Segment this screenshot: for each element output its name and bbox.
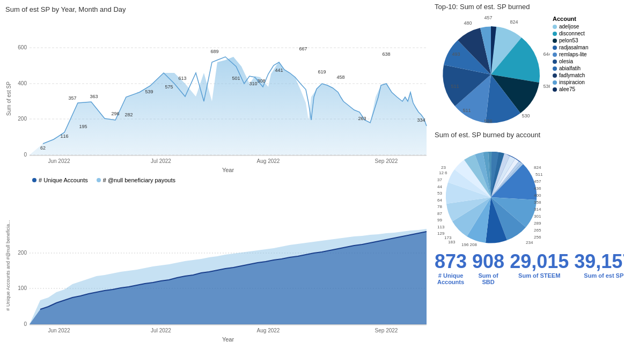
svg-text:100: 100	[18, 285, 27, 291]
svg-text:282: 282	[124, 112, 133, 117]
legend-radjasalman: radjasalman	[553, 44, 588, 50]
svg-text:23: 23	[441, 165, 446, 170]
svg-text:195: 195	[79, 124, 87, 129]
stat-sum-sbd-label: Sum of SBD	[472, 272, 504, 285]
svg-text:Year: Year	[222, 167, 234, 173]
svg-text:458: 458	[336, 75, 344, 80]
svg-text:200: 200	[18, 116, 27, 122]
stats-section: 873 # Unique Accounts 908 Sum of SBD 29,…	[435, 251, 624, 285]
bottom-right-pie-svg: 23 12 6 37 44 53 64 78 87 99 113 129 173…	[435, 141, 558, 248]
svg-text:116: 116	[60, 133, 68, 139]
top-right-chart-title: Top-10: Sum of est. SP burned	[435, 3, 624, 11]
bottom-left-chart-svg: # Unique Accounts and #@null beneficia..…	[5, 185, 429, 343]
svg-text:Jun 2022: Jun 2022	[48, 158, 70, 164]
stat-sum-sbd-value: 908	[472, 251, 504, 272]
svg-text:183: 183	[448, 240, 456, 244]
svg-text:400: 400	[18, 80, 27, 86]
top-right-section: Top-10: Sum of est. SP burned	[435, 3, 624, 131]
top-left-chart-container: Sum of est SP by Year, Month and Day Sum…	[5, 5, 429, 177]
svg-text:689: 689	[210, 49, 218, 54]
svg-text:600: 600	[18, 44, 27, 50]
legend-abialfatih: abialfatih	[553, 65, 588, 71]
legend-pelon53: pelon53	[553, 38, 588, 43]
svg-text:638: 638	[382, 51, 390, 57]
legend-fadlymatch: fadlymatch	[553, 72, 588, 78]
legend-dot-null	[97, 178, 101, 182]
legend-label-null: # @null beneficiary payouts	[103, 177, 175, 183]
stat-sum-steem: 29,015 Sum of STEEM	[510, 251, 569, 285]
main-container: Sum of est SP by Year, Month and Day Sum…	[0, 0, 624, 364]
svg-text:Year: Year	[222, 336, 234, 343]
right-panel: Top-10: Sum of est. SP burned	[432, 0, 624, 364]
legend-adeljose: adeljose	[553, 24, 588, 29]
svg-text:200: 200	[18, 250, 27, 256]
svg-text:265: 265	[534, 228, 541, 233]
stat-unique-accounts-label: # Unique Accounts	[435, 272, 467, 285]
top-left-chart-title: Sum of est SP by Year, Month and Day	[5, 5, 429, 13]
y-axis-label-bottom: # Unique Accounts and #@null beneficia..…	[5, 220, 11, 310]
svg-text:480: 480	[464, 20, 472, 26]
stat-sum-sbd: 908 Sum of SBD	[472, 251, 504, 285]
svg-marker-8	[30, 57, 427, 155]
svg-text:400: 400	[534, 193, 541, 198]
svg-text:Jul 2022: Jul 2022	[151, 328, 171, 333]
svg-text:234: 234	[526, 240, 533, 245]
svg-text:256: 256	[534, 235, 541, 240]
svg-text:64: 64	[437, 198, 442, 203]
svg-text:263: 263	[358, 116, 366, 121]
svg-text:575: 575	[165, 84, 173, 90]
svg-text:667: 667	[299, 46, 307, 51]
svg-text:Jun 2022: Jun 2022	[48, 328, 70, 333]
svg-text:824: 824	[510, 19, 518, 25]
svg-text:457: 457	[484, 15, 492, 20]
legend-item-unique: # Unique Accounts	[32, 177, 88, 183]
svg-text:296: 296	[111, 111, 119, 116]
stat-sum-est-sp-value: 39,157	[574, 251, 624, 272]
svg-text:441: 441	[275, 68, 283, 73]
pie-legend-title: Account	[553, 16, 588, 22]
y-axis-label-top: Sum of est SP	[6, 81, 12, 116]
svg-text:87: 87	[437, 211, 442, 216]
legend-item-null: # @null beneficiary payouts	[97, 177, 175, 183]
legend-remlaps-lite: remlaps-lite	[553, 51, 588, 57]
svg-text:0: 0	[24, 321, 27, 327]
svg-text:Aug 2022: Aug 2022	[257, 158, 280, 164]
legend-disconnect: disconnect	[553, 31, 588, 36]
svg-text:539: 539	[145, 89, 153, 94]
svg-text:644: 644	[543, 51, 550, 57]
svg-text:536: 536	[543, 84, 550, 89]
svg-text:62: 62	[40, 145, 46, 151]
svg-text:129: 129	[437, 231, 445, 236]
top-right-pie-svg: 824 457 480 493 511 511 526 530 536 644	[435, 13, 550, 131]
svg-text:0: 0	[24, 152, 27, 158]
svg-text:526: 526	[484, 118, 492, 124]
legend-dot-unique	[32, 178, 36, 182]
svg-text:511: 511	[535, 172, 543, 177]
svg-text:99: 99	[437, 218, 442, 222]
svg-text:334: 334	[417, 117, 425, 123]
stat-sum-est-sp: 39,157 Sum of est SP	[574, 251, 624, 285]
svg-text:358: 358	[534, 200, 541, 205]
svg-text:44: 44	[437, 184, 442, 189]
svg-text:Aug 2022: Aug 2022	[257, 328, 280, 333]
stat-sum-steem-value: 29,015	[510, 251, 569, 272]
svg-text:457: 457	[534, 179, 541, 184]
svg-text:310: 310	[249, 81, 257, 86]
svg-text:314: 314	[534, 207, 541, 212]
svg-marker-43	[30, 232, 427, 324]
stat-sum-steem-label: Sum of STEEM	[510, 272, 569, 279]
svg-text:301: 301	[534, 214, 541, 219]
legend-alee75: alee75	[553, 86, 588, 92]
svg-text:Sep 2022: Sep 2022	[375, 158, 398, 164]
svg-text:308: 308	[257, 78, 265, 84]
legend-olesia: olesia	[553, 58, 588, 64]
svg-text:511: 511	[451, 84, 459, 89]
svg-text:824: 824	[534, 165, 541, 170]
svg-text:436: 436	[534, 186, 541, 191]
svg-text:511: 511	[463, 108, 471, 113]
svg-text:613: 613	[178, 76, 186, 81]
svg-text:53: 53	[437, 191, 442, 196]
svg-text:Sep 2022: Sep 2022	[375, 328, 398, 333]
svg-text:113: 113	[437, 225, 445, 229]
svg-text:37: 37	[437, 177, 442, 182]
